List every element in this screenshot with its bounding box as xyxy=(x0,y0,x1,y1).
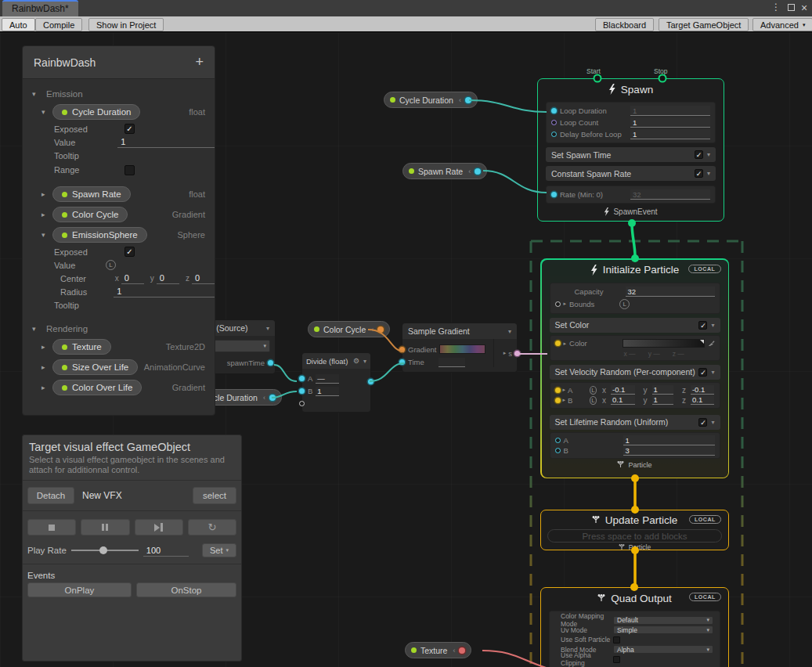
bounds-space-toggle[interactable]: L xyxy=(619,299,630,309)
chevron-right-icon[interactable]: ▸ xyxy=(42,211,52,218)
pill-cycle-duration-1[interactable]: Cycle Duration ‹ xyxy=(384,92,478,108)
block-set-spawn-time[interactable]: Set Spawn Time ✓ ▾ xyxy=(546,147,716,162)
add-blocks-placeholder[interactable]: Press space to add blocks xyxy=(547,529,722,543)
param-texture[interactable]: ▸ Texture Texture2D xyxy=(23,337,215,357)
param-size-over-life[interactable]: ▸ Size Over Life AnimationCurve xyxy=(23,357,215,377)
node-divide[interactable]: Divide (float) ⚙ ▾ A — B 1 xyxy=(301,352,371,413)
category-emission[interactable]: ▾ Emission xyxy=(23,86,215,102)
delay-before-loop-field[interactable]: 1 xyxy=(630,129,710,139)
velocity-b-port[interactable] xyxy=(555,398,561,403)
expander-icon[interactable]: ▸ xyxy=(503,350,507,356)
gear-icon[interactable]: ⚙ xyxy=(353,357,359,365)
target-gameobject-toggle-button[interactable]: Target GameObject xyxy=(659,18,749,31)
block-enabled-checkbox[interactable]: ✓ xyxy=(698,418,707,427)
pill-output-port[interactable] xyxy=(459,647,465,654)
pill-output-port[interactable] xyxy=(465,97,471,103)
velocity-b-x[interactable]: 0.1 xyxy=(611,395,635,405)
block-enabled-checkbox[interactable]: ✓ xyxy=(698,368,707,377)
expander-icon[interactable]: ▸ xyxy=(564,301,567,307)
onstop-button[interactable]: OnStop xyxy=(136,582,236,597)
step-button[interactable] xyxy=(135,519,183,535)
pill-spawn-rate[interactable]: Spawn Rate ‹ xyxy=(402,163,487,179)
category-rendering[interactable]: ▾ Rendering xyxy=(23,321,215,337)
pill-output-port[interactable] xyxy=(269,395,276,401)
collapse-icon[interactable]: ‹ xyxy=(468,168,471,175)
blackboard-toggle-button[interactable]: Blackboard xyxy=(595,18,654,31)
auto-button[interactable]: Auto xyxy=(2,18,35,31)
divide-extra-port[interactable] xyxy=(299,401,305,406)
context-update-particle[interactable]: Update Particle LOCAL Press space to add… xyxy=(540,510,729,550)
block-enabled-checkbox[interactable]: ✓ xyxy=(695,169,703,178)
color-port[interactable] xyxy=(555,341,561,346)
velocity-b-y[interactable]: 1 xyxy=(652,395,673,405)
chevron-down-icon[interactable]: ▾ xyxy=(42,108,52,116)
play-rate-slider[interactable] xyxy=(71,550,139,551)
restart-button[interactable]: ↻ xyxy=(188,519,236,535)
pill-output-port[interactable] xyxy=(475,168,481,175)
node-sample-gradient-header[interactable]: Sample Gradient ▾ xyxy=(402,323,517,339)
play-rate-field[interactable]: 100 xyxy=(143,545,189,557)
add-parameter-button[interactable]: + xyxy=(195,54,204,70)
chevron-right-icon[interactable]: ▸ xyxy=(42,363,52,371)
collapse-icon[interactable]: ‹ xyxy=(453,647,455,654)
velocity-a-z[interactable]: -0.1 xyxy=(691,385,715,395)
block-enabled-checkbox[interactable]: ✓ xyxy=(698,321,707,330)
onplay-button[interactable]: OnPlay xyxy=(27,582,132,597)
velocity-a-y[interactable]: 1 xyxy=(652,385,673,395)
expander-icon[interactable]: ▸ xyxy=(564,341,567,347)
color-mapping-mode-dropdown[interactable]: Default ▾ xyxy=(613,616,713,625)
expander-icon[interactable]: ▸ xyxy=(563,387,566,393)
collapse-icon[interactable]: ‹ xyxy=(263,394,265,402)
node-divide-header[interactable]: Divide (float) ⚙ ▾ xyxy=(302,353,370,369)
stop-button[interactable] xyxy=(27,519,76,535)
velocity-a-port[interactable] xyxy=(555,388,561,393)
close-icon[interactable]: × xyxy=(798,2,810,14)
tab-rainbwdash[interactable]: RainbwDash* xyxy=(2,0,78,16)
divide-b-port[interactable] xyxy=(299,388,305,394)
context-initialize-particle[interactable]: Initialize Particle LOCAL Capacity 32 ▸ … xyxy=(540,258,729,478)
spawntime-output-port[interactable] xyxy=(268,360,273,366)
context-quad-output[interactable]: Quad Output LOCAL Color Mapping Mode Def… xyxy=(540,587,729,667)
loop-count-field[interactable]: 1 xyxy=(630,117,710,128)
center-x-field[interactable]: 0 xyxy=(121,272,144,284)
block-set-lifetime-random[interactable]: Set Lifetime Random (Uniform) ✓ ▾ xyxy=(550,415,720,430)
color-gradient-field[interactable] xyxy=(623,339,704,348)
select-button[interactable]: select xyxy=(193,487,236,504)
time-field[interactable] xyxy=(438,358,465,367)
block-set-velocity-random[interactable]: Set Velocity Random (Per-component) ✓ ▾ xyxy=(550,365,720,380)
chevron-down-icon[interactable]: ▾ xyxy=(42,231,52,239)
param-cycle-duration[interactable]: ▾ Cycle Duration float xyxy=(23,102,215,122)
space-toggle[interactable]: L xyxy=(590,396,597,405)
pill-color-cycle[interactable]: Color Cycle ‹ xyxy=(308,321,390,337)
loop-duration-port[interactable] xyxy=(551,108,557,114)
loop-duration-field[interactable]: 1 xyxy=(630,106,710,116)
delay-before-loop-port[interactable] xyxy=(551,132,557,137)
chevron-right-icon[interactable]: ▸ xyxy=(42,384,52,391)
node-sample-gradient[interactable]: Sample Gradient ▾ Gradient Time xyxy=(402,323,518,373)
gradient-preview[interactable] xyxy=(439,344,485,354)
divide-b-field[interactable]: 1 xyxy=(316,387,339,396)
capacity-field[interactable]: 32 xyxy=(626,287,715,297)
divide-a-port[interactable] xyxy=(299,376,305,381)
use-alpha-clipping-checkbox[interactable] xyxy=(613,656,620,663)
sample-output-port[interactable] xyxy=(514,351,520,356)
advanced-dropdown-button[interactable]: Advanced ▾ xyxy=(752,18,812,31)
collapse-icon[interactable]: ‹ xyxy=(371,326,374,334)
show-in-project-button[interactable]: Show in Project xyxy=(88,18,164,31)
exposed-checkbox[interactable]: ✓ xyxy=(125,124,135,134)
space-toggle[interactable]: L xyxy=(106,260,116,270)
param-color-cycle[interactable]: ▸ Color Cycle Gradient xyxy=(23,204,215,225)
center-y-field[interactable]: 0 xyxy=(157,272,179,284)
lifetime-b-port[interactable] xyxy=(555,448,561,453)
gradient-input-port[interactable] xyxy=(399,347,405,352)
velocity-b-z[interactable]: 0.1 xyxy=(691,395,715,405)
divide-a-field[interactable]: — xyxy=(316,374,339,384)
block-set-color[interactable]: Set Color ✓ ▾ xyxy=(550,318,720,333)
rate-field[interactable]: 32 xyxy=(630,189,710,200)
velocity-a-x[interactable]: -0.1 xyxy=(611,385,635,395)
lifetime-b-field[interactable]: 3 xyxy=(623,445,715,456)
param-emission-sphere[interactable]: ▾ EmissionSphere Sphere xyxy=(23,225,215,245)
expander-icon[interactable]: ▸ xyxy=(563,397,566,403)
compile-button[interactable]: Compile xyxy=(35,18,82,31)
loop-count-port[interactable] xyxy=(551,120,557,125)
